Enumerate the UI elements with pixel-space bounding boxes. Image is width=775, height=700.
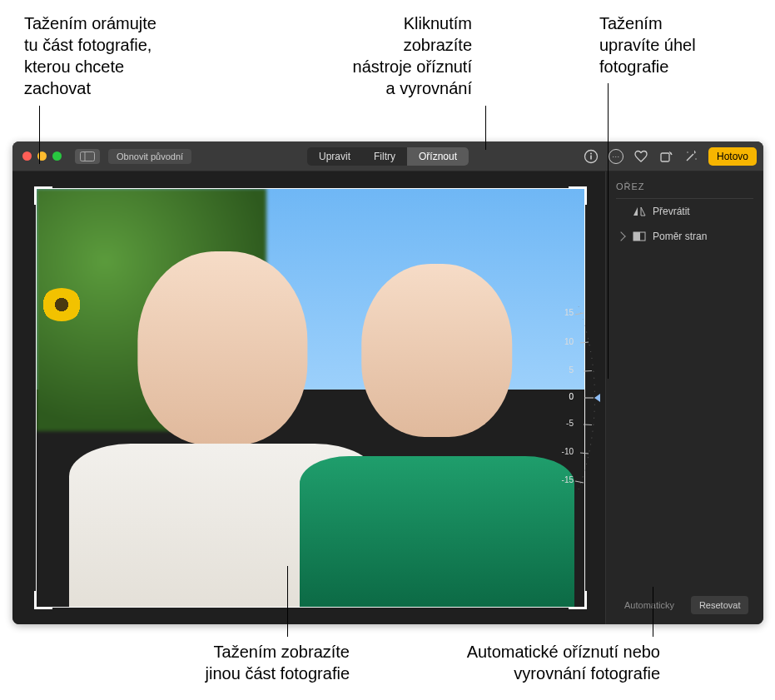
leader-line xyxy=(39,106,40,164)
traffic-lights xyxy=(22,151,62,161)
photos-edit-window: Obnovit původní Upravit Filtry Oříznout … xyxy=(12,141,763,624)
window-titlebar: Obnovit původní Upravit Filtry Oříznout … xyxy=(12,141,763,171)
sidebar-toggle-icon[interactable] xyxy=(75,149,100,164)
revert-original-button[interactable]: Obnovit původní xyxy=(108,149,191,164)
aspect-ratio-label: Poměr stran xyxy=(653,231,707,242)
crop-handle-bottom-right[interactable] xyxy=(569,591,587,609)
crop-handle-top-left[interactable] xyxy=(34,186,52,205)
svg-rect-0 xyxy=(81,151,95,161)
callout-crop-tools: Kliknutím zobrazíte nástroje oříznutí a … xyxy=(281,12,472,99)
auto-crop-button[interactable]: Automaticky xyxy=(616,596,683,614)
favorite-heart-icon[interactable] xyxy=(633,149,648,164)
svg-line-8 xyxy=(575,313,584,315)
edit-mode-tabs: Upravit Filtry Oříznout xyxy=(307,147,469,166)
sidebar-title: OŘEZ xyxy=(616,180,753,199)
tab-filters[interactable]: Filtry xyxy=(362,147,407,166)
svg-line-13 xyxy=(580,453,589,454)
crop-handle-top-right[interactable] xyxy=(569,186,587,205)
done-button[interactable]: Hotovo xyxy=(708,147,757,166)
reset-crop-button[interactable]: Resetovat xyxy=(691,596,749,614)
callout-pan: Tažením zobrazíte jinou část fotografie xyxy=(158,641,350,684)
tab-adjust[interactable]: Upravit xyxy=(307,147,362,166)
dial-tick-m5: -5 xyxy=(557,419,574,428)
flip-row[interactable]: Převrátit xyxy=(616,199,753,224)
leader-line xyxy=(608,83,609,379)
callout-auto: Automatické oříznutí nebo vyrovnání foto… xyxy=(410,641,660,684)
svg-point-6 xyxy=(687,151,688,152)
leader-line xyxy=(485,106,486,150)
aspect-ratio-icon xyxy=(633,231,646,242)
crop-sidebar: OŘEZ Převrátit Poměr stran Automaticky R… xyxy=(605,171,763,624)
tab-crop[interactable]: Oříznout xyxy=(407,147,469,166)
flip-icon xyxy=(633,206,646,217)
svg-rect-5 xyxy=(661,153,669,161)
window-close-button[interactable] xyxy=(22,151,32,161)
leader-line xyxy=(287,566,288,637)
aspect-ratio-row[interactable]: Poměr stran xyxy=(616,224,753,249)
dial-tick-5: 5 xyxy=(557,365,574,375)
photo-canvas[interactable]: 15 10 5 0 -5 -10 -15 xyxy=(12,171,605,624)
svg-rect-16 xyxy=(633,232,640,241)
more-icon[interactable]: ··· xyxy=(609,149,623,164)
svg-line-9 xyxy=(580,342,589,343)
svg-line-10 xyxy=(584,371,592,372)
callout-angle: Tažením upravíte úhel fotografie xyxy=(599,12,749,77)
app-body: 15 10 5 0 -5 -10 -15 OŘEZ Převrátit xyxy=(12,171,763,624)
dial-tick-m15: -15 xyxy=(557,475,574,484)
chevron-right-icon xyxy=(616,231,625,241)
dial-pointer-icon xyxy=(594,394,600,402)
auto-enhance-wand-icon[interactable] xyxy=(683,149,698,164)
straighten-dial[interactable]: 15 10 5 0 -5 -10 -15 xyxy=(545,298,595,498)
leader-line xyxy=(653,587,653,637)
crop-handle-bottom-left[interactable] xyxy=(34,591,52,609)
callout-frame: Tažením orámujte tu část fotografie, kte… xyxy=(24,12,199,99)
svg-point-3 xyxy=(590,152,592,154)
info-icon[interactable] xyxy=(584,149,599,164)
photo-content[interactable] xyxy=(36,188,585,608)
sidebar-footer: Automaticky Resetovat xyxy=(616,591,753,616)
svg-line-12 xyxy=(584,424,592,425)
window-fullscreen-button[interactable] xyxy=(52,151,62,161)
titlebar-actions: ··· Hotovo xyxy=(584,147,757,166)
svg-line-14 xyxy=(575,481,584,483)
svg-point-7 xyxy=(695,158,696,159)
flip-label: Převrátit xyxy=(653,206,690,217)
rotate-icon[interactable] xyxy=(658,149,673,164)
svg-rect-4 xyxy=(590,155,592,159)
dial-tick-15: 15 xyxy=(557,308,574,317)
dial-tick-10: 10 xyxy=(557,337,574,346)
dial-tick-m10: -10 xyxy=(557,447,574,456)
dial-tick-0: 0 xyxy=(557,392,574,401)
